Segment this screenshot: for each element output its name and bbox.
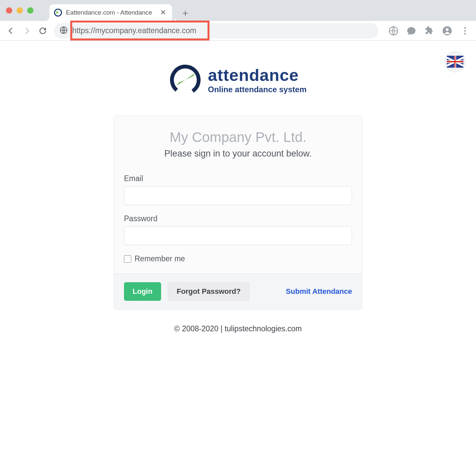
email-field[interactable] — [124, 186, 352, 205]
language-selector[interactable] — [444, 51, 466, 73]
browser-tab[interactable]: Eattendance.com - Attendance ✕ — [49, 4, 172, 21]
submit-attendance-link[interactable]: Submit Attendance — [286, 287, 352, 296]
window-maximize-button[interactable] — [27, 7, 33, 14]
svg-point-5 — [464, 30, 466, 32]
logo-text-main: attendance — [208, 66, 306, 85]
login-card: My Company Pvt. Ltd. Please sign in to y… — [114, 116, 362, 310]
nav-back-button[interactable] — [6, 26, 16, 36]
translate-icon[interactable] — [388, 26, 398, 36]
address-bar-url: https://mycompany.eattendance.com — [72, 26, 196, 35]
remember-label: Remember me — [135, 254, 185, 263]
new-tab-button[interactable]: ＋ — [179, 6, 192, 20]
toolbar-actions — [388, 26, 470, 36]
svg-marker-10 — [176, 80, 185, 86]
page-content: attendance Online attendance system My C… — [0, 41, 476, 439]
signin-subtitle: Please sign in to your account below. — [124, 149, 352, 159]
svg-point-6 — [464, 33, 466, 34]
browser-toolbar: https://mycompany.eattendance.com — [0, 21, 476, 41]
browser-tab-strip: Eattendance.com - Attendance ✕ ＋ — [0, 0, 476, 21]
extensions-icon[interactable] — [424, 26, 434, 36]
password-label: Password — [124, 214, 352, 223]
nav-reload-button[interactable] — [38, 26, 48, 36]
brand-logo: attendance Online attendance system — [0, 41, 476, 96]
login-button[interactable]: Login — [124, 282, 161, 301]
tab-title: Eattendance.com - Attendance — [66, 9, 152, 16]
remember-checkbox[interactable] — [124, 255, 131, 263]
tab-close-icon[interactable]: ✕ — [160, 8, 166, 17]
profile-icon[interactable] — [442, 26, 452, 36]
site-info-icon[interactable] — [60, 26, 68, 35]
tab-favicon-icon — [54, 9, 62, 17]
company-name: My Company Pvt. Ltd. — [124, 129, 352, 145]
logo-mark-icon — [169, 64, 201, 96]
email-label: Email — [124, 174, 352, 183]
login-card-footer: Login Forgot Password? Submit Attendance — [114, 273, 362, 309]
svg-marker-9 — [185, 73, 196, 80]
window-controls — [6, 7, 33, 14]
forgot-password-button[interactable]: Forgot Password? — [168, 282, 250, 301]
logo-text-sub: Online attendance system — [208, 85, 306, 94]
footer-copyright: © 2008-2020 | tulipstechnologies.com — [0, 324, 476, 333]
svg-point-4 — [464, 27, 466, 29]
window-minimize-button[interactable] — [17, 7, 23, 14]
nav-forward-button[interactable] — [22, 26, 32, 36]
password-field[interactable] — [124, 226, 352, 245]
browser-menu-icon[interactable] — [460, 26, 470, 36]
chat-icon[interactable] — [406, 26, 416, 36]
svg-point-3 — [446, 28, 449, 31]
window-close-button[interactable] — [6, 7, 12, 14]
uk-flag-icon — [447, 56, 463, 68]
address-bar[interactable]: https://mycompany.eattendance.com — [54, 23, 379, 38]
